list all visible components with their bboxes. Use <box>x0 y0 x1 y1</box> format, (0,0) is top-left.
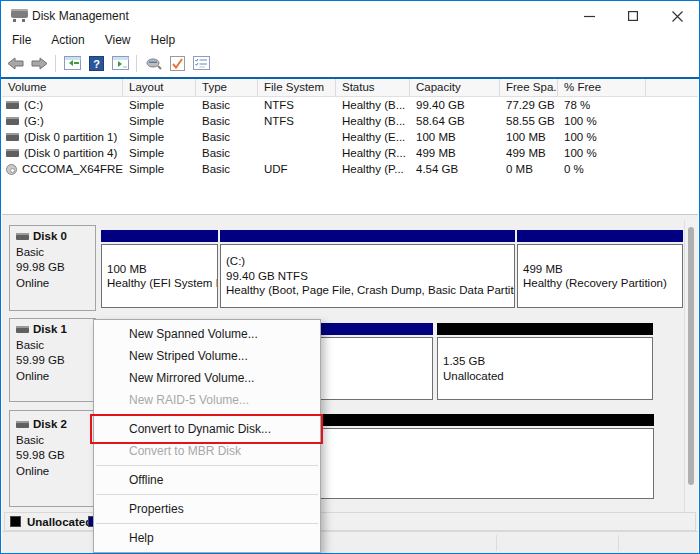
column-header-filler <box>646 79 698 96</box>
disk0-partition-recovery[interactable]: 499 MB Healthy (Recovery Partition) <box>517 230 683 308</box>
partition-letter: (C:) <box>226 254 514 269</box>
drive-icon <box>6 101 19 109</box>
volume-row-disk0-part4[interactable]: (Disk 0 partition 4) Simple Basic Health… <box>2 145 698 161</box>
menu-item-convert-to-mbr-disk: Convert to MBR Disk <box>94 440 320 462</box>
help-button[interactable]: ? <box>84 52 108 74</box>
volume-status: Healthy (E... <box>336 131 410 143</box>
volume-fs: NTFS <box>258 115 336 127</box>
volume-type: Basic <box>196 163 258 175</box>
disk-icon <box>16 233 29 240</box>
checklist-button[interactable] <box>165 52 189 74</box>
partition-size: 100 MB <box>107 262 217 277</box>
volume-name: (C:) <box>24 99 43 111</box>
disk1-unallocated-region[interactable]: 1.35 GB Unallocated <box>437 323 653 400</box>
forward-button[interactable] <box>27 52 51 74</box>
menu-separator <box>96 414 318 415</box>
volume-free: 499 MB <box>500 147 558 159</box>
properties-list-icon <box>193 56 210 70</box>
volume-capacity: 99.40 GB <box>410 99 500 111</box>
column-header-free-space[interactable]: Free Spa... <box>500 79 558 96</box>
show-action-pane-button[interactable] <box>108 52 132 74</box>
svg-text:?: ? <box>93 57 100 69</box>
volume-status: Healthy (B... <box>336 115 410 127</box>
close-icon <box>672 11 683 22</box>
menu-item-properties[interactable]: Properties <box>94 498 320 520</box>
column-header-type[interactable]: Type <box>196 79 258 96</box>
menu-item-help[interactable]: Help <box>94 527 320 549</box>
scrollbar-thumb[interactable] <box>688 227 694 485</box>
volume-fs: NTFS <box>258 99 336 111</box>
volume-type: Basic <box>196 131 258 143</box>
menu-item-new-spanned-volume[interactable]: New Spanned Volume... <box>94 323 320 345</box>
volume-free: 77.29 GB <box>500 99 558 111</box>
volume-layout: Simple <box>123 163 196 175</box>
disk2-label-panel[interactable]: Disk 2 Basic 59.98 GB Online <box>9 410 96 507</box>
volume-name: (G:) <box>24 115 44 127</box>
disk-management-app-icon <box>11 9 28 22</box>
unallocated-label: Unallocated <box>27 516 92 528</box>
menu-item-convert-to-dynamic-disk[interactable]: Convert to Dynamic Disk... <box>94 418 320 440</box>
popup-window-icon <box>145 57 162 70</box>
volume-status: Healthy (R... <box>336 147 410 159</box>
volume-type: Basic <box>196 99 258 111</box>
menu-item-new-mirrored-volume[interactable]: New Mirrored Volume... <box>94 367 320 389</box>
menu-item-offline[interactable]: Offline <box>94 469 320 491</box>
partition-color-bar <box>437 323 653 335</box>
title-bar: Disk Management <box>1 1 699 31</box>
popup-window-button[interactable] <box>141 52 165 74</box>
volume-row-cccoma[interactable]: CCCOMA_X64FRE... Simple Basic UDF Health… <box>2 161 698 177</box>
menu-item-new-striped-volume[interactable]: New Striped Volume... <box>94 345 320 367</box>
partition-status: Healthy (EFI System P <box>107 276 217 291</box>
partition-color-bar <box>101 230 218 242</box>
volume-name: CCCOMA_X64FRE... <box>22 163 123 175</box>
column-header-status[interactable]: Status <box>336 79 410 96</box>
disk1-label-panel[interactable]: Disk 1 Basic 59.99 GB Online <box>9 318 96 402</box>
maximize-button[interactable] <box>611 1 655 31</box>
menu-help[interactable]: Help <box>141 31 186 50</box>
column-header-volume[interactable]: Volume <box>2 79 123 96</box>
volume-name: (Disk 0 partition 4) <box>24 147 117 159</box>
volume-row-g[interactable]: (G:) Simple Basic NTFS Healthy (B... 58.… <box>2 113 698 129</box>
partition-status: Unallocated <box>443 369 652 384</box>
maximize-icon <box>628 11 638 21</box>
menu-file[interactable]: File <box>3 31 41 50</box>
disk-name: Disk 1 <box>33 322 67 338</box>
close-button[interactable] <box>655 1 699 31</box>
column-header-capacity[interactable]: Capacity <box>410 79 500 96</box>
drive-icon <box>6 117 19 125</box>
volume-name: (Disk 0 partition 1) <box>24 131 117 143</box>
volume-capacity: 499 MB <box>410 147 500 159</box>
column-header-layout[interactable]: Layout <box>123 79 196 96</box>
menu-bar: File Action View Help <box>3 31 697 50</box>
back-button[interactable] <box>3 52 27 74</box>
column-header-file-system[interactable]: File System <box>258 79 336 96</box>
forward-arrow-icon <box>31 57 48 70</box>
properties-button[interactable] <box>189 52 213 74</box>
minimize-icon <box>584 11 595 22</box>
toolbar-separator <box>55 55 56 72</box>
column-header-pct-free[interactable]: % Free <box>558 79 646 96</box>
volume-capacity: 58.64 GB <box>410 115 500 127</box>
minimize-button[interactable] <box>567 1 611 31</box>
cd-rom-icon <box>6 164 17 175</box>
drive-icon <box>6 149 19 157</box>
menu-action[interactable]: Action <box>41 31 94 50</box>
back-arrow-icon <box>7 57 24 70</box>
disk0-partition-c[interactable]: (C:) 99.40 GB NTFS Healthy (Boot, Page F… <box>220 230 515 308</box>
menu-view[interactable]: View <box>95 31 141 50</box>
volume-pct-free: 100 % <box>558 131 646 143</box>
show-console-tree-button[interactable] <box>60 52 84 74</box>
menu-separator <box>96 465 318 466</box>
volume-free: 58.55 GB <box>500 115 558 127</box>
vertical-scrollbar[interactable] <box>684 220 697 512</box>
volume-row-disk0-part1[interactable]: (Disk 0 partition 1) Simple Basic Health… <box>2 129 698 145</box>
menu-separator <box>96 523 318 524</box>
volume-list-pane: Volume Layout Type File System Status Ca… <box>2 79 698 214</box>
disk0-label-panel[interactable]: Disk 0 Basic 99.98 GB Online <box>9 225 96 311</box>
disk-kind: Basic <box>16 433 95 449</box>
window-title: Disk Management <box>32 9 129 23</box>
toolbar: ? <box>3 50 697 76</box>
volume-row-c[interactable]: (C:) Simple Basic NTFS Healthy (B... 99.… <box>2 97 698 113</box>
disk-icon <box>16 326 29 333</box>
disk0-partition-efi[interactable]: 100 MB Healthy (EFI System P <box>101 230 218 308</box>
